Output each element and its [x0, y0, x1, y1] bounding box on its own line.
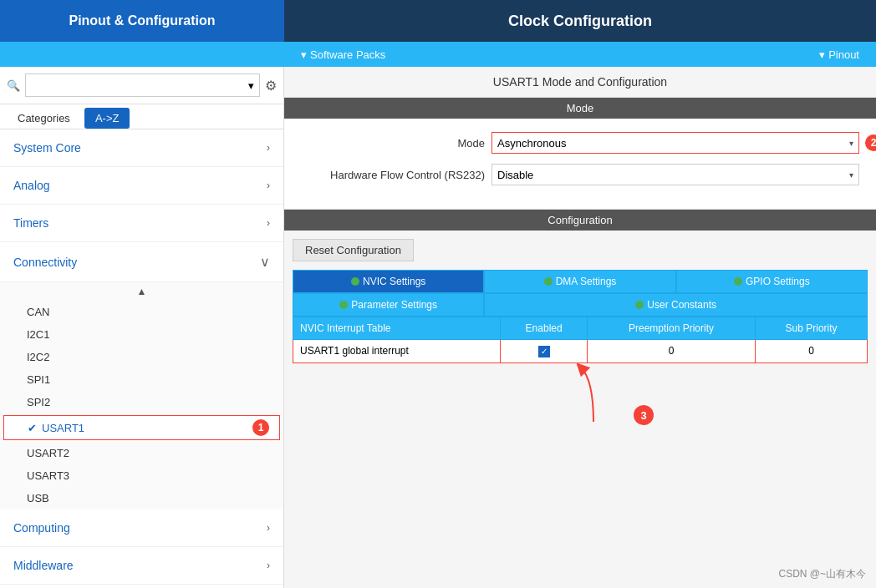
sidebar-item-analog[interactable]: Analog ›	[0, 167, 283, 205]
checkbox-checked-icon[interactable]: ✓	[538, 346, 550, 357]
connectivity-subitems: ▲ CAN I2C1 I2C2 SPI1 SPI2 ✔ USART1 1 USA…	[0, 282, 283, 509]
mode-section: Mode Mode Asynchronous 2 ▾ Hardware Flow…	[284, 98, 876, 210]
chevron-down-icon: ▾	[819, 48, 825, 61]
nvic-row-name: USART1 global interrupt	[293, 340, 501, 363]
green-dot-icon	[351, 277, 359, 286]
software-packs-nav[interactable]: ▾ Software Packs	[301, 48, 385, 61]
mode-value: Asynchronous	[497, 137, 849, 150]
tab-categories[interactable]: Categories	[7, 108, 81, 129]
gpio-tab-label: GPIO Settings	[746, 276, 810, 287]
sidebar-item-computing[interactable]: Computing ›	[0, 509, 283, 547]
search-icon[interactable]: 🔍	[7, 79, 20, 92]
dropdown-arrow-icon: ▾	[849, 139, 853, 148]
sidebar-subitem-i2c2[interactable]: I2C2	[0, 346, 283, 368]
chevron-down-icon: ▾	[301, 48, 307, 61]
config-tab-user-constants[interactable]: User Constants	[484, 293, 868, 317]
svg-text:3: 3	[640, 409, 646, 422]
sub-header: ▾ Software Packs ▾ Pinout	[0, 42, 876, 67]
config-tabs: NVIC Settings DMA Settings GPIO Settings	[293, 270, 868, 317]
config-tab-parameter[interactable]: Parameter Settings	[293, 293, 484, 317]
hardware-flow-form-row: Hardware Flow Control (RS232) Disable ▾	[301, 164, 859, 185]
checkmark-icon: ✔	[28, 422, 37, 434]
sidebar-subitem-can[interactable]: CAN	[0, 301, 283, 323]
main-layout: 🔍 ▾ ⚙ Categories A->Z System Core › Anal…	[0, 67, 876, 588]
config-section-header: Configuration	[284, 210, 876, 231]
sub-header-right: ▾ Software Packs ▾ Pinout	[284, 42, 876, 67]
mode-section-header: Mode	[284, 98, 876, 119]
top-header: Pinout & Configuration Clock Configurati…	[0, 0, 876, 42]
sidebar-subitem-usb[interactable]: USB	[0, 487, 283, 509]
nvic-tab-label: NVIC Settings	[363, 276, 425, 287]
pinout-config-title: Pinout & Configuration	[0, 0, 284, 42]
chevron-right-icon: ›	[267, 522, 270, 534]
green-dot-icon	[339, 301, 348, 309]
sidebar-tabs: Categories A->Z	[0, 104, 283, 129]
content-title: USART1 Mode and Configuration	[284, 67, 876, 98]
config-tab-gpio[interactable]: GPIO Settings	[676, 270, 868, 293]
search-input-wrap[interactable]: ▾	[25, 74, 260, 97]
content-area: USART1 Mode and Configuration Mode Mode …	[284, 67, 876, 588]
clock-config-title: Clock Configuration	[284, 0, 876, 42]
up-arrow-icon: ▲	[0, 282, 283, 301]
nvic-table: NVIC Interrupt Table Enabled Preemption …	[293, 317, 868, 363]
config-inner: Reset Configuration NVIC Settings DMA Se…	[284, 231, 876, 588]
table-row: USART1 global interrupt ✓ 0 0	[293, 340, 868, 363]
annotation-badge-2: 2	[865, 134, 876, 151]
nvic-col-header-sub: Sub Priority	[756, 317, 868, 340]
nvic-row-preemption: 0	[587, 340, 755, 363]
mode-select[interactable]: Asynchronous 2 ▾	[491, 132, 859, 154]
hardware-flow-value: Disable	[497, 169, 849, 181]
mode-form: Mode Asynchronous 2 ▾ Hardware Flow Cont…	[284, 119, 876, 210]
gear-icon[interactable]: ⚙	[265, 78, 277, 94]
green-dot-icon	[544, 277, 553, 286]
nvic-table-container: NVIC Interrupt Table Enabled Preemption …	[293, 317, 868, 430]
sidebar-subitem-usart1[interactable]: ✔ USART1 1	[3, 415, 280, 440]
mode-label: Mode	[301, 137, 485, 150]
watermark: CSDN @~山有木今	[778, 567, 866, 581]
search-input[interactable]	[31, 79, 248, 92]
nvic-col-header-preemption: Preemption Priority	[587, 317, 755, 340]
sidebar-item-timers[interactable]: Timers ›	[0, 205, 283, 242]
sidebar: 🔍 ▾ ⚙ Categories A->Z System Core › Anal…	[0, 67, 284, 588]
user-constants-tab-label: User Constants	[647, 299, 716, 311]
nvic-col-header-name: NVIC Interrupt Table	[293, 317, 501, 340]
chevron-right-icon: ›	[267, 142, 270, 154]
config-tab-dma[interactable]: DMA Settings	[484, 270, 675, 293]
nvic-row-enabled[interactable]: ✓	[501, 340, 587, 363]
pinout-nav[interactable]: ▾ Pinout	[819, 48, 859, 61]
content-scroll: USART1 Mode and Configuration Mode Mode …	[284, 67, 876, 588]
sidebar-subitem-usart3[interactable]: USART3	[0, 464, 283, 487]
chevron-down-icon: ∨	[260, 254, 270, 270]
reset-config-button[interactable]: Reset Configuration	[293, 239, 414, 261]
nvic-row-sub: 0	[756, 340, 868, 363]
chevron-right-icon: ›	[267, 217, 270, 229]
hardware-flow-label: Hardware Flow Control (RS232)	[301, 169, 485, 181]
hardware-flow-select[interactable]: Disable ▾	[491, 164, 859, 185]
sidebar-subitem-usart2[interactable]: USART2	[0, 442, 283, 464]
nvic-col-header-enabled: Enabled	[501, 317, 587, 340]
tab-az[interactable]: A->Z	[84, 108, 130, 129]
config-tab-nvic[interactable]: NVIC Settings	[293, 270, 484, 293]
sidebar-subitem-i2c1[interactable]: I2C1	[0, 323, 283, 346]
sidebar-item-system-core[interactable]: System Core ›	[0, 129, 283, 167]
dropdown-arrow-icon: ▾	[849, 170, 853, 180]
nav-items: System Core › Analog › Timers › Connecti…	[0, 129, 283, 588]
parameter-tab-label: Parameter Settings	[351, 299, 437, 311]
search-bar: 🔍 ▾ ⚙	[0, 67, 283, 104]
sidebar-subitem-spi1[interactable]: SPI1	[0, 368, 283, 391]
mode-form-row: Mode Asynchronous 2 ▾	[301, 132, 859, 154]
sidebar-subitem-spi2[interactable]: SPI2	[0, 391, 283, 413]
dma-tab-label: DMA Settings	[556, 276, 617, 287]
chevron-right-icon: ›	[267, 560, 270, 571]
sub-header-left-spacer	[0, 42, 284, 67]
chevron-right-icon: ›	[267, 180, 270, 191]
annotation-arrow-3: 3	[577, 363, 677, 426]
annotation-badge-1: 1	[252, 419, 269, 436]
dropdown-arrow-icon: ▾	[248, 79, 254, 92]
green-dot-icon	[635, 301, 644, 309]
green-dot-icon	[734, 277, 742, 286]
sidebar-item-middleware[interactable]: Middleware ›	[0, 547, 283, 585]
arrow-annotation-area: 3	[293, 363, 868, 430]
sidebar-item-connectivity[interactable]: Connectivity ∨	[0, 242, 283, 282]
config-section: Configuration Reset Configuration NVIC S…	[284, 210, 876, 588]
